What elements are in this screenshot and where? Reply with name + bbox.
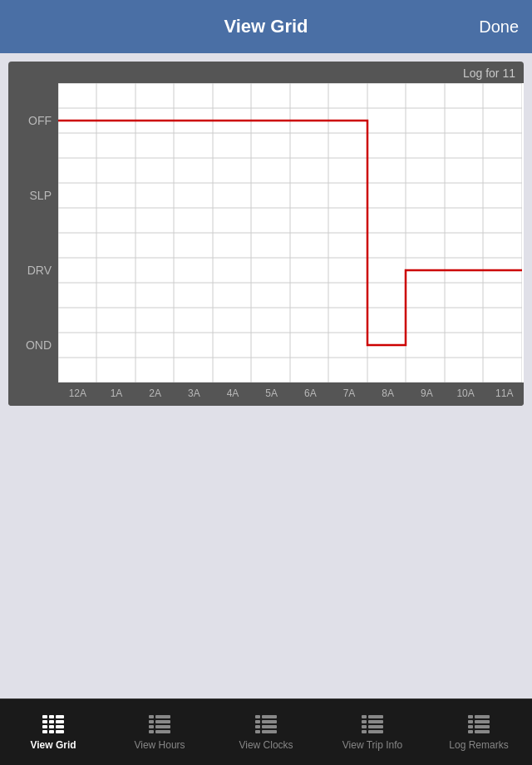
svg-rect-35 (56, 725, 64, 728)
tab-view-clocks-label: View Clocks (239, 740, 293, 750)
tab-log-remarks-label: Log Remarks (449, 740, 508, 750)
x-label-10a: 10A (446, 387, 485, 399)
tab-view-grid[interactable]: View Grid (0, 699, 106, 765)
x-label-12a: 12A (58, 387, 97, 399)
y-label-ond: OND (15, 308, 52, 382)
svg-rect-44 (155, 725, 170, 728)
y-label-drv: DRV (15, 233, 52, 308)
svg-rect-42 (155, 720, 170, 723)
tabbar: View Grid View Hours (0, 698, 532, 765)
x-label-8a: 8A (368, 387, 407, 399)
x-label-2a: 2A (135, 387, 175, 399)
svg-rect-41 (149, 720, 154, 723)
tab-view-trip-info-label: View Trip Info (342, 740, 402, 750)
svg-rect-64 (475, 715, 490, 718)
svg-rect-43 (149, 725, 154, 728)
svg-rect-30 (42, 720, 47, 723)
svg-rect-50 (262, 720, 277, 723)
view-clocks-icon (255, 715, 277, 737)
tab-view-clocks[interactable]: View Clocks (213, 699, 319, 765)
tab-view-hours-label: View Hours (134, 740, 185, 750)
svg-rect-40 (155, 715, 170, 718)
x-label-9a: 9A (407, 387, 446, 399)
log-label: Log for 11 (8, 62, 524, 83)
x-label-4a: 4A (214, 387, 253, 399)
view-hours-icon (149, 715, 170, 737)
x-axis: 12A 1A 2A 3A 4A 5A 6A 7A 8A 9A 10A 11A (8, 382, 524, 406)
chart-svg (58, 83, 522, 382)
svg-rect-49 (255, 720, 260, 723)
svg-rect-58 (368, 720, 383, 723)
log-remarks-icon (468, 715, 490, 737)
svg-rect-69 (468, 730, 473, 733)
y-label-off: OFF (15, 83, 52, 158)
svg-rect-62 (368, 730, 383, 733)
svg-rect-27 (42, 715, 47, 718)
svg-rect-70 (475, 730, 490, 733)
chart-body: OFF SLP DRV OND (8, 83, 524, 382)
svg-rect-60 (368, 725, 383, 728)
svg-rect-52 (262, 725, 277, 728)
svg-rect-67 (468, 725, 473, 728)
y-label-slp: SLP (15, 158, 52, 233)
y-axis: OFF SLP DRV OND (8, 83, 58, 382)
svg-rect-37 (49, 730, 54, 733)
content-area: Log for 11 OFF SLP DRV OND (0, 53, 532, 698)
svg-rect-36 (42, 730, 47, 733)
svg-rect-61 (362, 730, 367, 733)
tab-view-hours[interactable]: View Hours (106, 699, 213, 765)
chart-container: Log for 11 OFF SLP DRV OND (8, 62, 524, 406)
x-label-5a: 5A (252, 387, 291, 399)
tab-log-remarks[interactable]: Log Remarks (426, 699, 532, 765)
tab-view-grid-label: View Grid (30, 740, 76, 750)
svg-rect-46 (155, 730, 170, 733)
x-label-6a: 6A (291, 387, 330, 399)
tab-view-trip-info[interactable]: View Trip Info (319, 699, 426, 765)
svg-rect-57 (362, 720, 367, 723)
svg-rect-53 (255, 730, 260, 733)
x-label-1a: 1A (97, 387, 136, 399)
x-label-7a: 7A (330, 387, 369, 399)
svg-rect-63 (468, 715, 473, 718)
svg-rect-34 (49, 725, 54, 728)
svg-rect-59 (362, 725, 367, 728)
x-label-3a: 3A (175, 387, 214, 399)
done-button[interactable]: Done (479, 17, 519, 37)
view-grid-icon (42, 715, 64, 737)
view-trip-info-icon (362, 715, 383, 737)
svg-rect-56 (368, 715, 383, 718)
page-title: View Grid (224, 16, 308, 37)
svg-rect-38 (56, 730, 64, 733)
svg-rect-68 (475, 725, 490, 728)
svg-rect-39 (149, 715, 154, 718)
svg-rect-29 (56, 715, 64, 718)
x-label-11a: 11A (485, 387, 524, 399)
svg-rect-31 (49, 720, 54, 723)
svg-rect-45 (149, 730, 154, 733)
svg-rect-28 (49, 715, 54, 718)
header: View Grid Done (0, 0, 532, 53)
svg-rect-66 (475, 720, 490, 723)
svg-rect-65 (468, 720, 473, 723)
grid-area (58, 83, 524, 382)
svg-rect-51 (255, 725, 260, 728)
svg-rect-54 (262, 730, 277, 733)
svg-rect-47 (255, 715, 260, 718)
svg-rect-48 (262, 715, 277, 718)
svg-rect-32 (56, 720, 64, 723)
svg-rect-33 (42, 725, 47, 728)
svg-rect-55 (362, 715, 367, 718)
